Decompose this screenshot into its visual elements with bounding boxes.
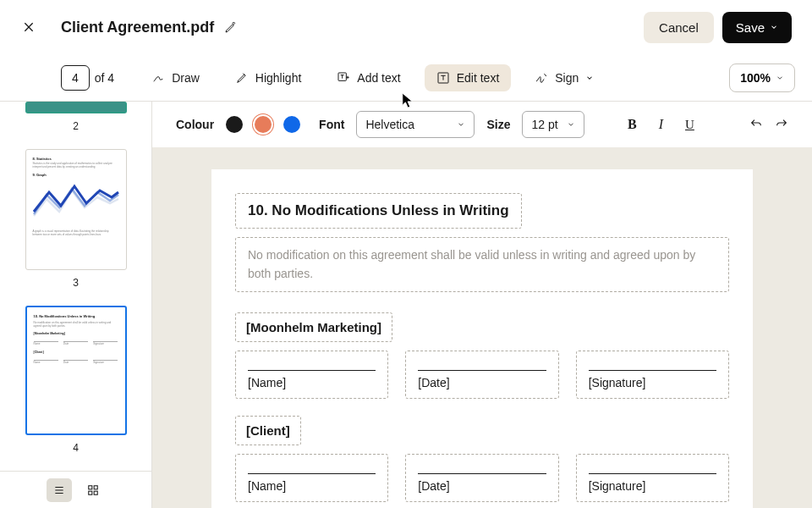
thumbnail-3[interactable]: 8. Statistics Statistics is the study an… [25, 149, 127, 270]
color-blue[interactable] [283, 116, 300, 133]
chevron-down-icon [457, 120, 465, 129]
colour-label: Colour [176, 118, 214, 131]
party1-date-field[interactable]: [Date] [405, 351, 558, 399]
color-black[interactable] [226, 116, 243, 133]
thumb-label: 3 [73, 277, 79, 289]
thumb-label: 4 [73, 442, 79, 454]
zoom-button[interactable]: 100% [729, 64, 795, 92]
party-1-label[interactable]: [Moonhelm Marketing] [235, 312, 392, 342]
party-2-label[interactable]: [Client] [235, 416, 301, 445]
thumb-label: 2 [73, 120, 79, 132]
section-body[interactable]: No modification on this agreement shall … [248, 246, 716, 283]
tool-highlight[interactable]: Highlight [223, 64, 313, 91]
mini-chart-icon [33, 182, 119, 224]
page-content: 10. No Modifications Unless in Writing N… [211, 169, 753, 508]
chevron-down-icon [585, 74, 594, 82]
tool-add-text[interactable]: Add text [325, 64, 412, 91]
thumbnail-sidebar: 2 8. Statistics Statistics is the study … [0, 102, 152, 508]
document-canvas[interactable]: 10. No Modifications Unless in Writing N… [152, 147, 812, 508]
view-list-button[interactable] [47, 478, 72, 502]
svg-rect-4 [88, 491, 91, 494]
close-icon [22, 20, 36, 34]
thumbnail-4[interactable]: 10. No Modifications Unless in Writing N… [25, 306, 127, 435]
save-button[interactable]: Save [722, 12, 792, 43]
font-label: Font [319, 118, 344, 131]
list-icon [53, 484, 65, 496]
highlight-icon [235, 71, 249, 85]
party1-name-field[interactable]: [Name] [235, 351, 388, 399]
page-total: of 4 [95, 71, 114, 85]
add-text-icon [337, 71, 350, 85]
chevron-down-icon [776, 74, 784, 82]
size-label: Size [486, 118, 510, 131]
draw-icon [151, 71, 165, 85]
tool-edit-text[interactable]: Edit text [425, 64, 512, 91]
bold-button[interactable]: B [623, 116, 640, 133]
close-button[interactable] [20, 19, 37, 36]
thumbnail-2[interactable] [25, 102, 127, 113]
party2-signature-field[interactable]: [Signature] [576, 454, 729, 502]
party2-date-field[interactable]: [Date] [405, 454, 558, 502]
italic-button[interactable]: I [652, 116, 669, 133]
document-title: Client Agreement.pdf [61, 19, 214, 36]
underline-button[interactable]: U [681, 116, 698, 133]
party2-name-field[interactable]: [Name] [235, 454, 388, 502]
chevron-down-icon [770, 23, 778, 31]
sign-icon [535, 71, 548, 85]
rename-icon[interactable] [224, 20, 238, 34]
tool-sign[interactable]: Sign [523, 64, 606, 91]
size-select[interactable]: 12 pt [522, 111, 584, 138]
view-grid-button[interactable] [80, 478, 106, 502]
font-select[interactable]: Helvetica [356, 111, 475, 138]
color-orange[interactable] [255, 116, 272, 133]
current-page-input[interactable]: 4 [61, 65, 90, 91]
save-label: Save [736, 20, 765, 35]
redo-icon[interactable] [775, 118, 788, 131]
svg-rect-2 [88, 485, 91, 489]
grid-icon [87, 484, 99, 496]
svg-rect-3 [94, 485, 97, 489]
section-title[interactable]: 10. No Modifications Unless in Writing [248, 202, 509, 219]
svg-rect-5 [94, 491, 97, 494]
tool-draw[interactable]: Draw [140, 64, 211, 91]
cancel-button[interactable]: Cancel [644, 12, 714, 43]
edit-text-icon [436, 71, 450, 85]
party1-signature-field[interactable]: [Signature] [576, 351, 729, 399]
undo-icon[interactable] [749, 118, 763, 131]
chevron-down-icon [567, 120, 575, 129]
